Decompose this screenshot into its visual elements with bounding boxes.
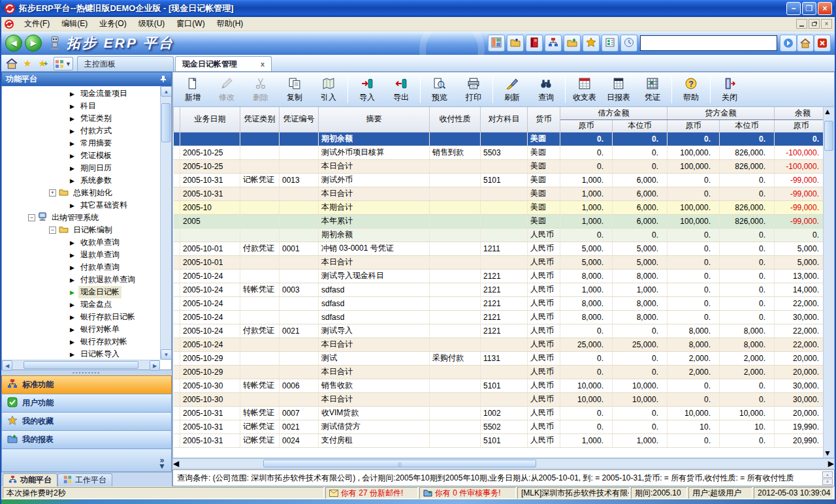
tree-horizontal-scrollbar[interactable]: ◀ ▶ [2,360,160,370]
toolbar-button-print[interactable]: 打印 [457,74,490,105]
toolbar-button-import[interactable]: 导入 [350,74,384,105]
quick-search-input[interactable] [640,35,777,51]
col-header-voucher-type[interactable]: 凭证类别 [240,107,280,132]
toolbar-button-refresh[interactable]: 刷新 [495,74,529,105]
home-icon[interactable] [5,56,19,71]
folder-open-button[interactable] [507,35,524,52]
tree-item[interactable]: ▶现金盘点 [2,298,171,311]
accordion-item-check[interactable]: 用户功能 [1,394,172,412]
col-header-account[interactable]: 对方科目 [481,107,528,132]
back-button[interactable]: ◀ [5,35,22,52]
menu-item[interactable]: 文件(F) [18,18,56,29]
table-row[interactable]: 2005-10-25本日合计美圆0.0.100,000.826,000.-100… [174,159,828,173]
table-row[interactable]: 2005-10-24sdfasd2121人民币8,000.8,000.0.0.3… [174,310,828,324]
table-row[interactable]: 2005-10-31记帐凭证0024支付房租5101人民币1,000.1,000… [174,433,828,447]
contacts-button[interactable] [602,35,619,52]
tree-item[interactable]: ▶退款单查询 [2,249,171,261]
query-scroll-down-icon[interactable]: ▼ [822,479,833,485]
toolbar-button-sheetblue[interactable]: 日报表 [602,74,635,105]
red-book-button[interactable] [526,35,543,52]
accordion-item-org[interactable]: 标准功能 [1,375,172,394]
menu-item[interactable]: 级联(U) [133,18,171,29]
tree-item[interactable]: −出纳管理系统 [2,212,171,224]
tree-item[interactable]: ▶现金流量项目 [2,87,171,100]
scroll-up-icon[interactable]: ▲ [824,107,834,116]
pin-icon[interactable] [159,75,167,83]
collapse-minus-icon[interactable]: − [28,214,35,221]
table-row[interactable]: 2005-10-25测试外币项目核算销售到款5503美圆0.0.100,000.… [174,146,828,159]
toolbar-button-new[interactable]: 新增 [176,74,210,105]
tree-item-selected[interactable]: ▶现金日记帐 [2,286,171,298]
tree-item[interactable]: ▶期间日历 [2,162,171,174]
toolbar-button-closedoor[interactable]: 关闭 [713,74,747,105]
col-header-currency[interactable]: 货币 [528,107,560,132]
scroll-up-icon[interactable]: ▲ [161,86,172,97]
minimize-button[interactable]: − [786,2,801,15]
scroll-left-icon[interactable]: ◀ [173,459,179,468]
menu-item[interactable]: 帮助(H) [211,18,249,29]
col-header-debit-base[interactable]: 本位币 [613,119,667,132]
tree-item[interactable]: −日记帐编制 [2,224,171,236]
exit-button[interactable] [814,35,831,52]
home-button[interactable] [797,35,814,52]
table-row[interactable]: 2005-10-24测试导入现金科目2121人民币8,000.8,000.0.0… [174,269,828,283]
table-row[interactable]: 2005-10-29本日合计人民币0.0.2,000.2,000.20,000. [174,365,828,379]
table-row[interactable]: 2005-10-31转帐凭证0007收VIM货款1002人民币0.0.10,00… [174,406,828,420]
table-row[interactable]: 2005-10-01付款凭证0001冲销 03-0001 号凭证1211人民币5… [174,242,828,255]
tree-item[interactable]: ▶凭证模板 [2,150,171,162]
toolbar-button-preview[interactable]: 预览 [423,74,457,105]
col-header-debit-orig[interactable]: 原币 [560,119,613,132]
table-row[interactable]: 2005-10本期合计美圆1,000.6,000.100,000.826,000… [174,200,828,214]
tab-cash-journal[interactable]: 现金日记帐管理x [175,56,272,71]
scroll-left-icon[interactable]: ◀ [2,360,12,371]
table-row[interactable]: 2005-10-24付款凭证0021测试导入2121人民币0.0.8,000.8… [174,324,828,338]
accordion-item-star[interactable]: 我的收藏 [1,412,172,430]
sidebar-tab-gridc[interactable]: 工作平台 [57,473,112,486]
go-button[interactable] [780,35,797,52]
table-row[interactable]: 2005-10-24本日合计人民币25,000.25,000.8,000.8,0… [174,338,828,351]
tree-item[interactable]: ▶银行对帐单 [2,323,171,336]
table-row[interactable]: 2005本年累计美圆1,000.6,000.100,000.826,000.-9… [174,214,828,228]
tab-main-panel[interactable]: 主控面板 [77,56,174,71]
collapse-minus-icon[interactable]: − [49,227,56,234]
restore-button[interactable]: ❐ [802,2,816,15]
status-audit[interactable]: 你有 0 件审核事务! [419,487,516,499]
table-row[interactable]: 2005-10-24sdfasd2121人民币8,000.8,000.0.0.2… [174,296,828,310]
query-scroll-up-icon[interactable]: ▲ [822,471,833,478]
mdi-minimize-button[interactable] [796,19,807,29]
table-row[interactable]: 2005-10-31记帐凭证0013测试外币5101美圆1,000.6,000.… [174,173,828,187]
tree-item[interactable]: ▶付款单查询 [2,261,171,274]
org-chart-button[interactable] [545,35,562,52]
status-mail[interactable]: 你有 27 份新邮件! [325,487,418,499]
tree-item[interactable]: ▶银行存款对帐 [2,336,171,348]
layout-grid-button[interactable]: ▼ [54,57,73,71]
tree-item[interactable]: ▶付款方式 [2,125,171,137]
tree-item[interactable]: ▶凭证类别 [2,112,171,125]
menu-item[interactable]: 编辑(E) [56,18,93,29]
toolbar-button-sheetred[interactable]: 收支表 [568,74,602,105]
toolbar-button-intro[interactable]: 引入 [312,74,346,105]
col-header-voucher-no[interactable]: 凭证编号 [280,107,319,132]
table-row[interactable]: 2005-10-31本日合计美圆1,000.6,000.0.0.-99,000. [174,187,828,200]
toolbar-button-copy[interactable]: 复制 [278,74,312,105]
menu-item[interactable]: 窗口(W) [170,18,210,29]
tree-item[interactable]: ▶科目 [2,100,171,112]
tree-item[interactable]: ▶收款单查询 [2,236,171,249]
add-favorite-icon[interactable]: ★+ [36,56,50,71]
sidebar-splitter[interactable]: ••••••••• [1,370,172,375]
tree-vertical-scrollbar[interactable]: ▲ ▼ [160,86,171,360]
scroll-down-icon[interactable]: ▼ [161,349,172,360]
layout-panels-button[interactable] [488,35,505,52]
table-row[interactable]: 2005-10-30转帐凭证0006销售收款5101人民币10,000.10,0… [174,379,828,392]
expand-plus-icon[interactable]: + [49,189,56,197]
clock-button[interactable] [620,35,637,52]
tree-item[interactable]: ▶其它基础资料 [2,199,171,212]
col-header-credit-base[interactable]: 本位币 [720,119,775,132]
scrollbar-thumb[interactable] [824,121,833,151]
col-header-summary[interactable]: 摘要 [319,107,430,132]
mdi-restore-button[interactable] [809,19,820,29]
scrollbar-thumb[interactable] [161,103,170,142]
close-button[interactable]: × [818,2,832,15]
star-badge-button[interactable] [583,35,600,52]
scroll-right-icon[interactable]: ▶ [828,459,834,468]
